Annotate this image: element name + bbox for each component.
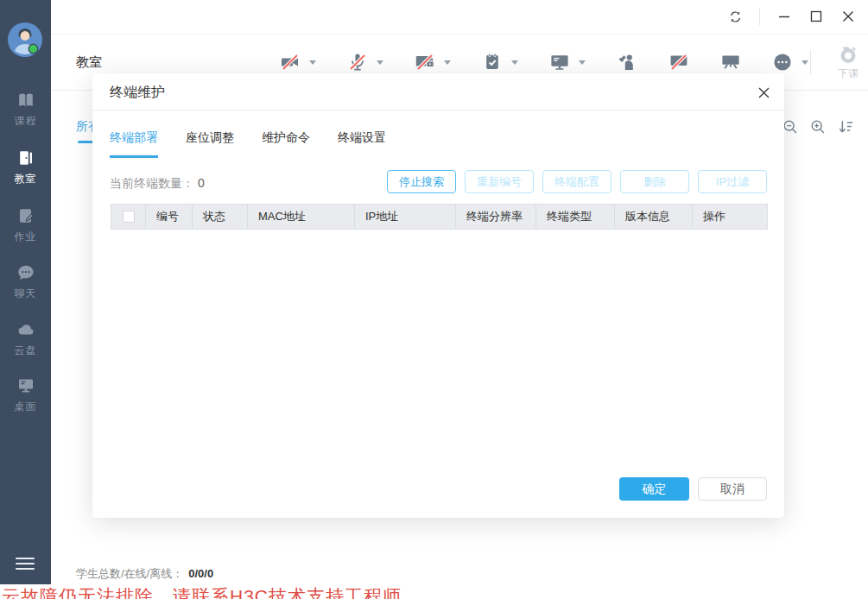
camera-muted-icon (280, 52, 301, 73)
microphone-toggle[interactable] (347, 52, 383, 73)
menu-icon[interactable] (16, 554, 35, 573)
raise-hand-button[interactable] (617, 52, 637, 73)
zoom-in-icon[interactable] (809, 118, 827, 136)
task-check-button[interactable] (482, 52, 518, 73)
sidebar-item-label: 作业 (0, 230, 51, 244)
class-bell-icon (838, 44, 858, 65)
student-statistics-label: 学生总数/在线/离线： (76, 567, 183, 580)
zoom-out-icon[interactable] (782, 118, 799, 136)
screen-broadcast-button[interactable] (549, 52, 586, 73)
chevron-down-icon[interactable] (377, 60, 383, 65)
sidebar-item-desktop[interactable]: 桌面 (0, 377, 51, 414)
close-icon[interactable] (840, 9, 856, 24)
projection-screen-button[interactable] (720, 52, 741, 73)
titlebar-divider (759, 8, 760, 25)
column-header-version: 版本信息 (615, 205, 693, 229)
dialog-tabs: 终端部署 座位调整 维护命令 终端设置 (110, 130, 386, 158)
student-statistics: 学生总数/在线/离线：0/0/0 (76, 566, 213, 582)
sidebar-item-label: 课程 (0, 114, 51, 129)
sidebar-item-label: 教室 (0, 172, 51, 186)
chevron-down-icon[interactable] (801, 60, 808, 65)
terminal-count-value: 0 (198, 176, 205, 190)
minimize-icon[interactable] (776, 9, 792, 24)
projection-screen-icon (720, 52, 741, 73)
homework-icon (16, 207, 35, 224)
sidebar: 课程 教室 作业 聊天 云盘 (0, 0, 51, 584)
camera-toggle[interactable] (280, 52, 316, 73)
sidebar-item-label: 云盘 (0, 344, 51, 358)
task-check-icon (482, 52, 503, 73)
ip-filter-button[interactable]: IP过滤 (698, 170, 767, 193)
dialog-header: 终端维护 (92, 73, 784, 110)
sidebar-item-label: 桌面 (0, 400, 51, 414)
cloud-icon (16, 321, 35, 338)
discussion-toggle[interactable] (668, 52, 689, 73)
maximize-icon[interactable] (808, 9, 824, 24)
dismiss-class-label: 下课 (838, 66, 858, 81)
chevron-down-icon[interactable] (579, 60, 586, 65)
column-header-type: 终端类型 (536, 205, 615, 229)
sidebar-item-label: 聊天 (0, 287, 51, 301)
column-header-operation: 操作 (693, 205, 767, 229)
sidebar-item-courses[interactable]: 课程 (0, 91, 51, 129)
desktop-icon (16, 377, 35, 394)
column-header-resolution: 终端分辨率 (456, 205, 536, 229)
avatar[interactable] (8, 22, 42, 57)
book-icon (16, 91, 35, 109)
sort-descending-icon[interactable] (837, 118, 854, 136)
error-ticker: 云故障仍无法排除，请联系H3C技术支持工程师 (2, 584, 402, 599)
door-icon (16, 149, 35, 167)
sidebar-item-chat[interactable]: 聊天 (0, 264, 51, 301)
column-header-mac: MAC地址 (248, 205, 355, 229)
raise-hand-icon (617, 52, 637, 73)
layout-tools (782, 118, 854, 136)
more-icon (772, 52, 793, 73)
screen-lock-toggle[interactable] (415, 52, 451, 73)
ok-button[interactable]: 确定 (619, 477, 689, 501)
page-title: 教室 (76, 54, 102, 71)
more-tools-button[interactable] (772, 52, 808, 73)
microphone-muted-icon (347, 52, 368, 73)
toolbar-divider (810, 50, 811, 74)
chevron-down-icon[interactable] (444, 60, 451, 65)
screen-broadcast-icon (549, 52, 570, 73)
stop-search-button[interactable]: 停止搜索 (387, 170, 456, 193)
sidebar-item-classroom[interactable]: 教室 (0, 149, 51, 186)
discussion-muted-icon (668, 52, 689, 73)
titlebar (51, 0, 868, 35)
student-statistics-value: 0/0/0 (188, 567, 213, 580)
cancel-button[interactable]: 取消 (698, 477, 767, 501)
tab-seat-adjust[interactable]: 座位调整 (186, 130, 234, 158)
terminal-count: 当前终端数量：0 (110, 176, 205, 192)
terminal-maintenance-dialog: 终端维护 终端部署 座位调整 维护命令 终端设置 当前终端数量：0 停止搜索 重… (92, 73, 784, 518)
column-header-number: 编号 (146, 205, 193, 229)
column-header-status: 状态 (193, 205, 248, 229)
dismiss-class-button[interactable]: 下课 (827, 44, 868, 81)
select-all-checkbox[interactable] (123, 211, 135, 223)
chevron-down-icon[interactable] (309, 60, 316, 65)
sidebar-item-homework[interactable]: 作业 (0, 207, 51, 244)
dialog-close-icon[interactable] (753, 82, 774, 103)
terminal-table-header: 编号 状态 MAC地址 IP地址 终端分辨率 终端类型 版本信息 操作 (111, 204, 768, 230)
window-controls (727, 8, 856, 25)
online-status-dot (29, 44, 37, 53)
refresh-icon[interactable] (727, 9, 743, 24)
delete-button[interactable]: 删除 (620, 170, 689, 193)
renumber-button[interactable]: 重新编号 (465, 170, 534, 193)
tab-terminal-deploy[interactable]: 终端部署 (110, 130, 158, 158)
terminal-actions: 停止搜索 重新编号 终端配置 删除 IP过滤 (387, 170, 767, 193)
terminal-config-button[interactable]: 终端配置 (542, 170, 611, 193)
terminal-count-label: 当前终端数量： (110, 176, 194, 190)
tab-terminal-settings[interactable]: 终端设置 (338, 130, 386, 158)
tab-maintenance-command[interactable]: 维护命令 (262, 130, 310, 158)
dialog-footer: 确定 取消 (619, 477, 767, 501)
sidebar-item-cloud-drive[interactable]: 云盘 (0, 321, 51, 358)
screen-lock-muted-icon (415, 52, 435, 73)
chat-icon (16, 264, 35, 281)
column-header-ip: IP地址 (355, 205, 456, 229)
chevron-down-icon[interactable] (511, 60, 518, 65)
dialog-title: 终端维护 (110, 84, 165, 102)
